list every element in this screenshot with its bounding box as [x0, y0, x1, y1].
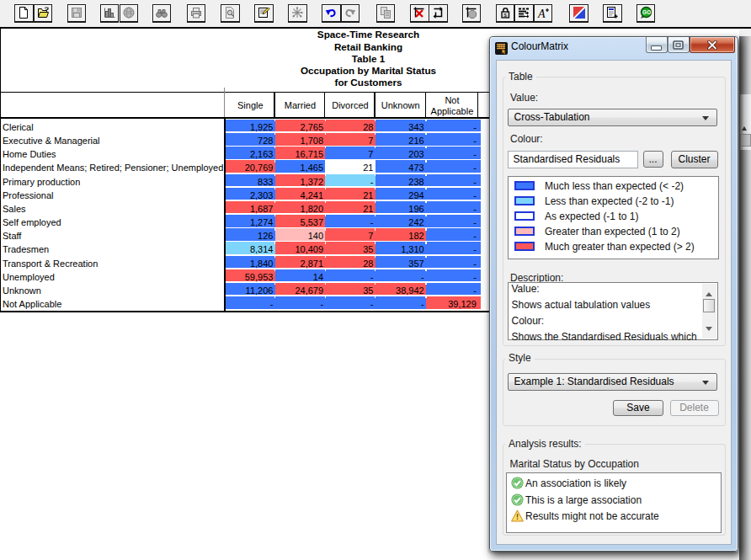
- svg-text:A: A: [537, 8, 546, 20]
- svg-text:GO: GO: [642, 9, 651, 15]
